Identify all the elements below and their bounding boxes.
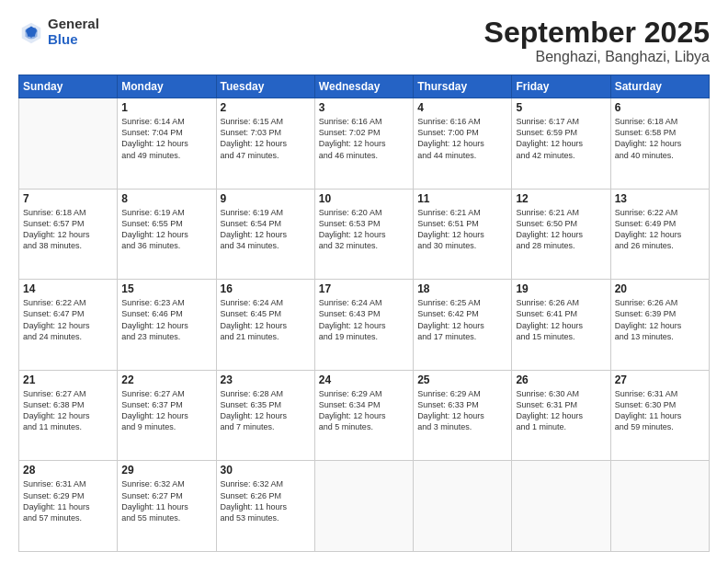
day-number: 2 xyxy=(221,101,311,114)
table-row: 17Sunrise: 6:24 AMSunset: 6:43 PMDayligh… xyxy=(314,280,413,371)
table-row: 15Sunrise: 6:23 AMSunset: 6:46 PMDayligh… xyxy=(118,280,216,371)
table-row: 22Sunrise: 6:27 AMSunset: 6:37 PMDayligh… xyxy=(118,370,216,461)
col-thursday: Thursday xyxy=(414,75,512,98)
table-row: 25Sunrise: 6:29 AMSunset: 6:33 PMDayligh… xyxy=(414,370,512,461)
day-number: 4 xyxy=(417,101,507,114)
day-info: Sunrise: 6:32 AMSunset: 6:26 PMDaylight:… xyxy=(221,478,311,523)
day-number: 20 xyxy=(615,282,705,295)
day-info: Sunrise: 6:28 AMSunset: 6:35 PMDaylight:… xyxy=(221,388,311,433)
table-row: 14Sunrise: 6:22 AMSunset: 6:47 PMDayligh… xyxy=(19,280,118,371)
day-number: 3 xyxy=(319,101,409,114)
table-row: 18Sunrise: 6:25 AMSunset: 6:42 PMDayligh… xyxy=(414,280,512,371)
day-number: 17 xyxy=(319,282,409,295)
page: General Blue September 2025 Benghazi, Ba… xyxy=(0,0,728,563)
day-info: Sunrise: 6:26 AMSunset: 6:39 PMDaylight:… xyxy=(615,297,705,342)
day-info: Sunrise: 6:21 AMSunset: 6:50 PMDaylight:… xyxy=(516,207,606,252)
col-wednesday: Wednesday xyxy=(314,75,413,98)
logo-general-text: General xyxy=(48,17,99,32)
day-info: Sunrise: 6:32 AMSunset: 6:27 PMDaylight:… xyxy=(121,478,211,523)
table-row: 26Sunrise: 6:30 AMSunset: 6:31 PMDayligh… xyxy=(512,370,610,461)
table-row xyxy=(19,98,118,190)
calendar-row-4: 21Sunrise: 6:27 AMSunset: 6:38 PMDayligh… xyxy=(19,370,710,461)
day-info: Sunrise: 6:25 AMSunset: 6:42 PMDaylight:… xyxy=(417,297,507,342)
day-info: Sunrise: 6:17 AMSunset: 6:59 PMDaylight:… xyxy=(516,116,606,161)
day-info: Sunrise: 6:18 AMSunset: 6:57 PMDaylight:… xyxy=(23,207,113,252)
calendar-header-row: Sunday Monday Tuesday Wednesday Thursday… xyxy=(19,75,710,98)
col-monday: Monday xyxy=(118,75,216,98)
day-number: 25 xyxy=(417,373,507,386)
table-row: 28Sunrise: 6:31 AMSunset: 6:29 PMDayligh… xyxy=(19,461,118,552)
day-number: 6 xyxy=(615,101,705,114)
day-number: 22 xyxy=(121,373,211,386)
table-row: 1Sunrise: 6:14 AMSunset: 7:04 PMDaylight… xyxy=(118,98,216,190)
calendar-row-2: 7Sunrise: 6:18 AMSunset: 6:57 PMDaylight… xyxy=(19,189,710,280)
table-row: 13Sunrise: 6:22 AMSunset: 6:49 PMDayligh… xyxy=(610,189,709,280)
day-info: Sunrise: 6:30 AMSunset: 6:31 PMDaylight:… xyxy=(516,388,606,433)
day-number: 14 xyxy=(23,282,113,295)
day-info: Sunrise: 6:19 AMSunset: 6:55 PMDaylight:… xyxy=(121,207,211,252)
day-number: 16 xyxy=(221,282,311,295)
table-row: 7Sunrise: 6:18 AMSunset: 6:57 PMDaylight… xyxy=(19,189,118,280)
day-number: 30 xyxy=(221,464,311,477)
day-info: Sunrise: 6:31 AMSunset: 6:29 PMDaylight:… xyxy=(23,478,113,523)
header: General Blue September 2025 Benghazi, Ba… xyxy=(18,17,710,65)
day-number: 8 xyxy=(121,192,211,205)
col-saturday: Saturday xyxy=(610,75,709,98)
calendar-table: Sunday Monday Tuesday Wednesday Thursday… xyxy=(18,75,710,552)
logo: General Blue xyxy=(18,17,99,47)
table-row: 10Sunrise: 6:20 AMSunset: 6:53 PMDayligh… xyxy=(314,189,413,280)
day-info: Sunrise: 6:22 AMSunset: 6:49 PMDaylight:… xyxy=(615,207,705,252)
logo-icon xyxy=(18,19,44,45)
day-number: 1 xyxy=(121,101,211,114)
day-number: 29 xyxy=(121,464,211,477)
day-info: Sunrise: 6:16 AMSunset: 7:02 PMDaylight:… xyxy=(319,116,409,161)
day-number: 18 xyxy=(417,282,507,295)
logo-blue-text: Blue xyxy=(48,32,99,48)
day-info: Sunrise: 6:29 AMSunset: 6:34 PMDaylight:… xyxy=(319,388,409,433)
calendar-row-5: 28Sunrise: 6:31 AMSunset: 6:29 PMDayligh… xyxy=(19,461,710,552)
day-info: Sunrise: 6:22 AMSunset: 6:47 PMDaylight:… xyxy=(23,297,113,342)
day-info: Sunrise: 6:14 AMSunset: 7:04 PMDaylight:… xyxy=(121,116,211,161)
calendar-row-1: 1Sunrise: 6:14 AMSunset: 7:04 PMDaylight… xyxy=(19,98,710,190)
day-number: 26 xyxy=(516,373,606,386)
day-info: Sunrise: 6:23 AMSunset: 6:46 PMDaylight:… xyxy=(121,297,211,342)
table-row: 4Sunrise: 6:16 AMSunset: 7:00 PMDaylight… xyxy=(414,98,512,190)
table-row xyxy=(414,461,512,552)
day-info: Sunrise: 6:16 AMSunset: 7:00 PMDaylight:… xyxy=(417,116,507,161)
day-number: 23 xyxy=(221,373,311,386)
day-number: 21 xyxy=(23,373,113,386)
day-number: 19 xyxy=(516,282,606,295)
table-row: 8Sunrise: 6:19 AMSunset: 6:55 PMDaylight… xyxy=(118,189,216,280)
day-number: 11 xyxy=(417,192,507,205)
title-month: September 2025 xyxy=(484,17,710,49)
table-row: 21Sunrise: 6:27 AMSunset: 6:38 PMDayligh… xyxy=(19,370,118,461)
table-row: 11Sunrise: 6:21 AMSunset: 6:51 PMDayligh… xyxy=(414,189,512,280)
table-row: 29Sunrise: 6:32 AMSunset: 6:27 PMDayligh… xyxy=(118,461,216,552)
day-number: 5 xyxy=(516,101,606,114)
day-number: 10 xyxy=(319,192,409,205)
day-number: 13 xyxy=(615,192,705,205)
table-row: 9Sunrise: 6:19 AMSunset: 6:54 PMDaylight… xyxy=(216,189,314,280)
day-info: Sunrise: 6:31 AMSunset: 6:30 PMDaylight:… xyxy=(615,388,705,433)
table-row xyxy=(512,461,610,552)
table-row: 20Sunrise: 6:26 AMSunset: 6:39 PMDayligh… xyxy=(610,280,709,371)
day-number: 7 xyxy=(23,192,113,205)
table-row: 5Sunrise: 6:17 AMSunset: 6:59 PMDaylight… xyxy=(512,98,610,190)
col-sunday: Sunday xyxy=(19,75,118,98)
table-row: 12Sunrise: 6:21 AMSunset: 6:50 PMDayligh… xyxy=(512,189,610,280)
table-row: 6Sunrise: 6:18 AMSunset: 6:58 PMDaylight… xyxy=(610,98,709,190)
title-location: Benghazi, Banghazi, Libya xyxy=(484,49,710,65)
table-row: 24Sunrise: 6:29 AMSunset: 6:34 PMDayligh… xyxy=(314,370,413,461)
table-row: 16Sunrise: 6:24 AMSunset: 6:45 PMDayligh… xyxy=(216,280,314,371)
day-info: Sunrise: 6:15 AMSunset: 7:03 PMDaylight:… xyxy=(221,116,311,161)
day-info: Sunrise: 6:24 AMSunset: 6:45 PMDaylight:… xyxy=(221,297,311,342)
logo-text: General Blue xyxy=(48,17,99,47)
day-info: Sunrise: 6:29 AMSunset: 6:33 PMDaylight:… xyxy=(417,388,507,433)
col-friday: Friday xyxy=(512,75,610,98)
table-row xyxy=(610,461,709,552)
day-number: 15 xyxy=(121,282,211,295)
calendar-row-3: 14Sunrise: 6:22 AMSunset: 6:47 PMDayligh… xyxy=(19,280,710,371)
day-info: Sunrise: 6:27 AMSunset: 6:37 PMDaylight:… xyxy=(121,388,211,433)
day-info: Sunrise: 6:19 AMSunset: 6:54 PMDaylight:… xyxy=(221,207,311,252)
day-number: 9 xyxy=(221,192,311,205)
